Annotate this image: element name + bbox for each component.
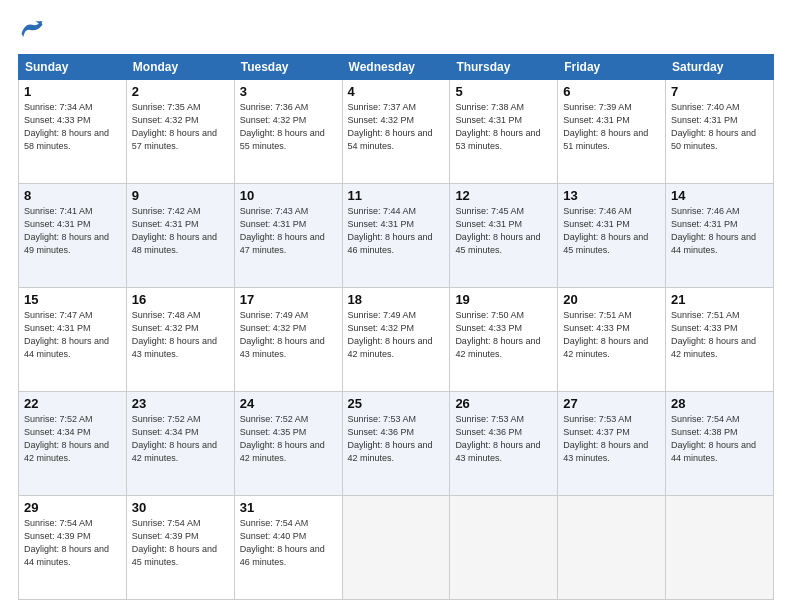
table-row: 7 Sunrise: 7:40 AMSunset: 4:31 PMDayligh… [666, 80, 774, 184]
table-row: 29 Sunrise: 7:54 AMSunset: 4:39 PMDaylig… [19, 496, 127, 600]
table-row: 1 Sunrise: 7:34 AMSunset: 4:33 PMDayligh… [19, 80, 127, 184]
table-row: 10 Sunrise: 7:43 AMSunset: 4:31 PMDaylig… [234, 184, 342, 288]
calendar-week-row: 8 Sunrise: 7:41 AMSunset: 4:31 PMDayligh… [19, 184, 774, 288]
table-row: 15 Sunrise: 7:47 AMSunset: 4:31 PMDaylig… [19, 288, 127, 392]
header [18, 16, 774, 44]
table-row: 16 Sunrise: 7:48 AMSunset: 4:32 PMDaylig… [126, 288, 234, 392]
table-row: 30 Sunrise: 7:54 AMSunset: 4:39 PMDaylig… [126, 496, 234, 600]
table-row: 21 Sunrise: 7:51 AMSunset: 4:33 PMDaylig… [666, 288, 774, 392]
table-row: 31 Sunrise: 7:54 AMSunset: 4:40 PMDaylig… [234, 496, 342, 600]
col-sunday: Sunday [19, 55, 127, 80]
table-row: 9 Sunrise: 7:42 AMSunset: 4:31 PMDayligh… [126, 184, 234, 288]
table-row: 3 Sunrise: 7:36 AMSunset: 4:32 PMDayligh… [234, 80, 342, 184]
col-wednesday: Wednesday [342, 55, 450, 80]
table-row: 18 Sunrise: 7:49 AMSunset: 4:32 PMDaylig… [342, 288, 450, 392]
table-row: 8 Sunrise: 7:41 AMSunset: 4:31 PMDayligh… [19, 184, 127, 288]
table-row: 22 Sunrise: 7:52 AMSunset: 4:34 PMDaylig… [19, 392, 127, 496]
table-row: 11 Sunrise: 7:44 AMSunset: 4:31 PMDaylig… [342, 184, 450, 288]
table-row: 5 Sunrise: 7:38 AMSunset: 4:31 PMDayligh… [450, 80, 558, 184]
table-row: 20 Sunrise: 7:51 AMSunset: 4:33 PMDaylig… [558, 288, 666, 392]
calendar-week-row: 22 Sunrise: 7:52 AMSunset: 4:34 PMDaylig… [19, 392, 774, 496]
calendar-header-row: Sunday Monday Tuesday Wednesday Thursday… [19, 55, 774, 80]
table-row: 25 Sunrise: 7:53 AMSunset: 4:36 PMDaylig… [342, 392, 450, 496]
calendar-week-row: 29 Sunrise: 7:54 AMSunset: 4:39 PMDaylig… [19, 496, 774, 600]
col-saturday: Saturday [666, 55, 774, 80]
table-row: 28 Sunrise: 7:54 AMSunset: 4:38 PMDaylig… [666, 392, 774, 496]
col-friday: Friday [558, 55, 666, 80]
table-row: 13 Sunrise: 7:46 AMSunset: 4:31 PMDaylig… [558, 184, 666, 288]
table-row: 6 Sunrise: 7:39 AMSunset: 4:31 PMDayligh… [558, 80, 666, 184]
table-row: 17 Sunrise: 7:49 AMSunset: 4:32 PMDaylig… [234, 288, 342, 392]
empty-cell [342, 496, 450, 600]
logo-icon [18, 16, 46, 44]
table-row: 27 Sunrise: 7:53 AMSunset: 4:37 PMDaylig… [558, 392, 666, 496]
col-monday: Monday [126, 55, 234, 80]
calendar-week-row: 1 Sunrise: 7:34 AMSunset: 4:33 PMDayligh… [19, 80, 774, 184]
logo [18, 16, 50, 44]
calendar-table: Sunday Monday Tuesday Wednesday Thursday… [18, 54, 774, 600]
page: Sunday Monday Tuesday Wednesday Thursday… [0, 0, 792, 612]
table-row: 26 Sunrise: 7:53 AMSunset: 4:36 PMDaylig… [450, 392, 558, 496]
table-row: 24 Sunrise: 7:52 AMSunset: 4:35 PMDaylig… [234, 392, 342, 496]
table-row: 2 Sunrise: 7:35 AMSunset: 4:32 PMDayligh… [126, 80, 234, 184]
col-thursday: Thursday [450, 55, 558, 80]
col-tuesday: Tuesday [234, 55, 342, 80]
table-row: 23 Sunrise: 7:52 AMSunset: 4:34 PMDaylig… [126, 392, 234, 496]
table-row: 19 Sunrise: 7:50 AMSunset: 4:33 PMDaylig… [450, 288, 558, 392]
table-row: 14 Sunrise: 7:46 AMSunset: 4:31 PMDaylig… [666, 184, 774, 288]
table-row: 12 Sunrise: 7:45 AMSunset: 4:31 PMDaylig… [450, 184, 558, 288]
empty-cell [450, 496, 558, 600]
calendar-week-row: 15 Sunrise: 7:47 AMSunset: 4:31 PMDaylig… [19, 288, 774, 392]
empty-cell [558, 496, 666, 600]
table-row: 4 Sunrise: 7:37 AMSunset: 4:32 PMDayligh… [342, 80, 450, 184]
empty-cell [666, 496, 774, 600]
